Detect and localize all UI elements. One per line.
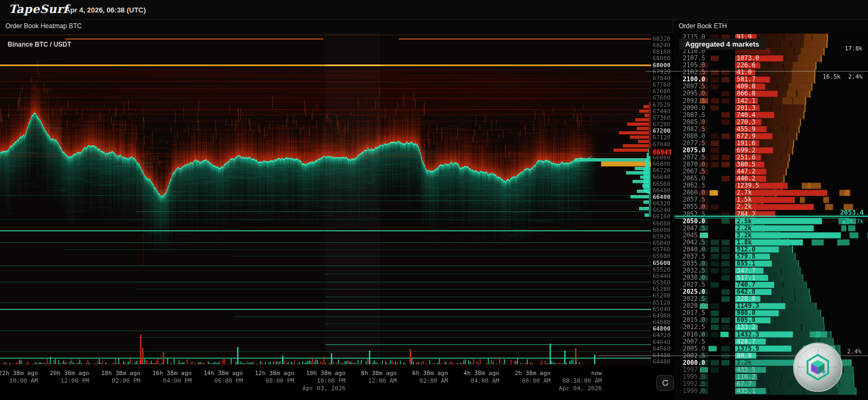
price-level: 2070.0 — [677, 161, 705, 168]
book-row[interactable]: 2077.5191.6 — [673, 140, 868, 147]
size-value: 1.5k — [737, 196, 752, 203]
book-row[interactable]: 2085.0270.3 — [673, 119, 868, 126]
size-value: 142.1 — [737, 98, 756, 105]
size-value: 605.8 — [737, 317, 756, 324]
book-row[interactable]: 2090.0201.3 — [673, 105, 868, 112]
refresh-button[interactable] — [656, 375, 674, 391]
btc-panel-title: Order Book Heatmap BTC — [0, 20, 678, 33]
book-row[interactable]: 2030.0517.1 — [673, 274, 868, 281]
price-axis-label: 67920 — [650, 69, 671, 75]
size-value: 581.7 — [737, 76, 756, 83]
price-level: 2082.5 — [677, 126, 705, 133]
book-row[interactable]: 2045.03.2k — [673, 232, 868, 239]
size-value: 447.2 — [737, 168, 756, 175]
book-row[interactable]: 2017.5908.0 — [673, 309, 868, 317]
price-level: 2100.0 — [677, 76, 705, 83]
price-level: 2010.0 — [677, 331, 705, 338]
size-value: 433.5 — [737, 366, 756, 373]
book-row[interactable]: 2060.02.7k — [673, 189, 868, 196]
price-level: 2102.5 — [677, 69, 705, 76]
book-row[interactable]: 2095.0866.8 — [673, 90, 868, 97]
size-value: 1375.9 — [737, 345, 760, 352]
price-axis-label: 66080 — [650, 221, 671, 227]
size-value: 2.7k — [737, 189, 752, 196]
size-value: 740.4 — [737, 112, 756, 119]
price-axis-label: 64720 — [650, 332, 671, 339]
price-level: 2092.5 — [677, 98, 705, 105]
size-value: 642.8 — [737, 288, 756, 295]
price-axis-label: 65040 — [650, 306, 671, 313]
book-row[interactable]: 2022.5228.8 — [673, 295, 868, 302]
price-axis-label: 66560 — [650, 181, 671, 188]
time-tick: now08:38:00 AMApr 04, 2026 — [526, 370, 602, 392]
book-row[interactable]: 2075.0699.2 — [673, 147, 868, 154]
upper-range-line — [646, 71, 868, 72]
book-row[interactable]: 2027.5740.7 — [673, 281, 868, 288]
book-row[interactable]: 2012.5133.2 — [673, 324, 868, 331]
price-level: 2005.0 — [677, 345, 705, 352]
btc-time-axis[interactable]: 22h 38m ago10:00 AM20h 38m ago12:00 PM18… — [0, 367, 673, 400]
book-row[interactable]: 2047.52.2k — [673, 225, 868, 232]
book-row[interactable]: 2055.02.2k — [673, 203, 868, 210]
book-row[interactable]: 2037.5579.8 — [673, 253, 868, 260]
size-value: 67.7 — [737, 380, 752, 388]
price-level: 2012.5 — [677, 324, 705, 331]
book-row[interactable]: 2025.0642.8 — [673, 288, 868, 295]
price-axis-label: 65680 — [650, 253, 671, 260]
book-row[interactable]: 2032.5347.7 — [673, 267, 868, 274]
price-level: 2030.0 — [677, 274, 705, 281]
book-row[interactable]: 2010.01432.3 — [673, 331, 868, 338]
price-level: 2067.5 — [677, 168, 705, 175]
size-value: 409.8 — [737, 83, 756, 90]
price-level: 2107.5 — [677, 55, 705, 62]
book-row[interactable]: 2040.0912.0 — [673, 246, 868, 253]
price-axis-label: 67440 — [650, 108, 671, 115]
book-row[interactable]: 2035.0655.1 — [673, 260, 868, 267]
book-row[interactable]: 2107.51073.0 — [673, 55, 868, 62]
mid-depth-label: ▲ 4.7k — [842, 218, 864, 225]
price-level: 2105.0 — [677, 62, 705, 69]
btc-price-axis[interactable]: 6832068240681606808068000679206784067760… — [650, 33, 673, 366]
book-row[interactable]: 2057.51.5k — [673, 196, 868, 203]
book-row[interactable]: 2080.0672.9 — [673, 133, 868, 140]
price-axis-label: 65200 — [650, 293, 671, 299]
size-value: 699.2 — [737, 147, 756, 154]
price-level: 2057.5 — [677, 196, 705, 203]
aggregated-markets-badge: Aggregated 4 markets — [679, 38, 765, 50]
size-value: 2.5k — [737, 218, 752, 225]
price-level: 2022.5 — [677, 295, 705, 302]
btc-heatmap-canvas[interactable] — [0, 33, 651, 366]
book-row[interactable]: 2105.0226.6 — [673, 62, 868, 69]
book-row[interactable]: 2042.51.8k — [673, 239, 868, 246]
price-axis-label: 65120 — [650, 300, 671, 306]
price-level: 2027.5 — [677, 281, 705, 288]
price-axis-label: 68000 — [650, 62, 671, 69]
price-axis-label: 66000 — [650, 227, 671, 234]
size-value: 1432.3 — [737, 331, 760, 338]
size-value: 116.2 — [737, 373, 756, 380]
upper-marker-depth: 16.5k — [822, 73, 840, 80]
book-row[interactable]: 2065.0440.2 — [673, 175, 868, 182]
size-value: 251.6 — [737, 154, 756, 161]
price-level: 2072.5 — [677, 154, 705, 161]
price-axis-label: 68080 — [650, 55, 671, 62]
book-row[interactable]: 2082.5455.9 — [673, 126, 868, 133]
size-value: 866.8 — [737, 90, 756, 97]
price-level: 2017.5 — [677, 309, 705, 317]
book-row[interactable]: 2020.01149.3 — [673, 302, 868, 309]
book-row[interactable]: 2067.5447.2 — [673, 168, 868, 175]
book-row[interactable]: 2097.5409.8 — [673, 83, 868, 90]
book-row[interactable]: 2087.5740.4 — [673, 112, 868, 119]
price-level: 2097.5 — [677, 83, 705, 90]
book-row[interactable]: 2015.0605.8 — [673, 317, 868, 324]
book-row[interactable]: 2070.0380.5 — [673, 161, 868, 168]
price-axis-label: 67600 — [650, 95, 671, 101]
book-row[interactable]: 2050.02.5k — [673, 218, 868, 225]
size-value: 133.2 — [737, 324, 756, 331]
size-value: 228.8 — [737, 295, 756, 302]
price-level: 2042.5 — [677, 239, 705, 246]
size-value: 672.9 — [737, 133, 756, 140]
book-row[interactable]: 2092.5142.1 — [673, 98, 868, 105]
book-row[interactable]: 2062.51239.5 — [673, 182, 868, 189]
book-row[interactable]: 2072.5251.6 — [673, 154, 868, 161]
